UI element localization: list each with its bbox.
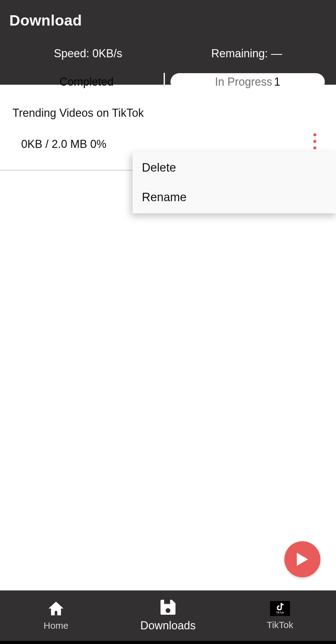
svg-rect-0 — [164, 600, 170, 604]
stats-row: Speed: 0KB/s Remaining: — — [9, 47, 327, 60]
menu-rename[interactable]: Rename — [133, 184, 336, 213]
page-title: Download — [9, 12, 327, 29]
tab-in-progress-label: In Progress — [215, 75, 272, 88]
play-icon — [296, 552, 309, 566]
tiktok-icon-text: TikTok — [276, 611, 284, 614]
nav-home-label: Home — [44, 620, 68, 631]
menu-delete[interactable]: Delete — [133, 152, 336, 184]
nav-home[interactable]: Home — [0, 590, 112, 641]
speed-stat: Speed: 0KB/s — [54, 47, 122, 60]
more-dots-icon — [313, 140, 316, 143]
header: Download Speed: 0KB/s Remaining: — Compl… — [0, 0, 336, 85]
remaining-label: Remaining: — [211, 47, 268, 60]
nav-tiktok[interactable]: TikTok TikTok — [224, 590, 336, 641]
home-icon — [48, 600, 64, 617]
download-item-progress: 0KB / 2.0 MB 0% — [12, 138, 324, 151]
save-icon — [160, 599, 176, 615]
tab-completed[interactable]: Completed — [9, 75, 164, 88]
nav-tiktok-label: TikTok — [267, 620, 293, 630]
remaining-stat: Remaining: — — [211, 47, 282, 60]
download-item-title: Trending Videos on TikTok — [12, 107, 324, 120]
svg-point-1 — [166, 608, 170, 613]
nav-downloads-label: Downloads — [140, 619, 196, 632]
tab-in-progress-count: 1 — [274, 75, 280, 88]
tab-divider — [164, 73, 165, 91]
play-fab-button[interactable] — [284, 541, 320, 577]
bottom-nav: Home Downloads TikTok TikTok — [0, 590, 336, 644]
remaining-value: — — [271, 47, 282, 60]
context-menu: Delete Rename — [133, 152, 336, 213]
speed-label: Speed: — [54, 47, 89, 60]
speed-value: 0KB/s — [92, 47, 122, 60]
more-dots-icon — [313, 146, 316, 149]
tiktok-icon: TikTok — [270, 601, 290, 616]
tab-in-progress[interactable]: In Progress1 — [170, 73, 325, 91]
more-options-button[interactable] — [309, 133, 321, 149]
nav-downloads[interactable]: Downloads — [112, 590, 224, 641]
more-dots-icon — [313, 133, 316, 136]
